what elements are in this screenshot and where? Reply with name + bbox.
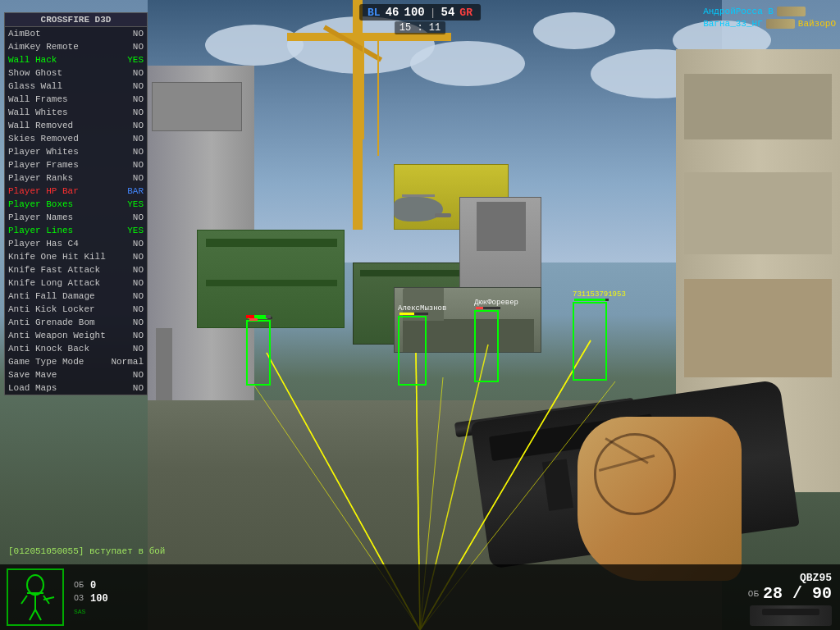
game-timer: 15 : 11 [395,21,445,34]
ammo-current: 28 / 90 [763,584,832,603]
menu-item[interactable]: Show GhostNO [5,66,147,80]
svg-line-13 [21,596,27,604]
cloud-4 [533,12,615,49]
menu-item[interactable]: Player FramesNO [5,158,147,171]
menu-item[interactable]: Player HP BarBAR [5,185,147,198]
pl-entry-2: Вагна_33_НГ ВайзорО [703,19,836,29]
weapon-name: QBZ95 [800,572,832,584]
menu-item[interactable]: AimBotNO [5,27,147,40]
hud-bottom: ОБ 0 ОЗ 100 SAS QBZ95 ОБ 28 / 90 [0,564,840,630]
cheat-menu[interactable]: CROSSFIRE D3D AimBotNOAimKey RemoteNOWal… [4,12,148,395]
esp-player-2-name: АлексМызнов [398,304,446,313]
esp-player-3: ДюкФоревер [474,310,499,382]
cheat-menu-title: CROSSFIRE D3D [5,13,147,27]
svg-line-16 [35,609,41,620]
menu-item[interactable]: Game Type ModeNormal [5,355,147,368]
hp-value: 100 [90,593,108,605]
menu-item[interactable]: Player WhitesNO [5,145,147,158]
pl-name-3: ВайзорО [798,19,836,29]
menu-item[interactable]: Load MapsNO [5,381,147,395]
weapon-image [750,605,832,626]
hud-top: BL 46 100 | 54 GR 15 : 11 [359,4,481,34]
bl-hp: 100 [404,6,424,19]
pl-name-1: АндройРосса В [703,7,774,16]
bottom-stats: ОБ 0 ОЗ 100 SAS [74,580,108,615]
esp-player-4: 731153791953 [573,302,607,381]
score-divider: | [430,7,436,19]
player-avatar [7,568,64,626]
hp-row: ОЗ 100 [74,593,108,605]
menu-item[interactable]: Anti Fall DamageNO [5,290,147,303]
pl-gun-2 [766,19,795,29]
menu-item[interactable]: Player BoxesYES [5,198,147,211]
menu-item[interactable]: Player RanksNO [5,171,147,185]
esp-player-2: АлексМызнов [398,316,427,386]
esp-hp-bar-1-red [246,315,254,318]
sas-icon [15,573,56,622]
bl-score: 46 [386,6,399,19]
kills-row: ОБ 0 [74,580,108,591]
helicopter [394,197,443,221]
menu-item[interactable]: Skies RemovedNO [5,132,147,145]
menu-item[interactable]: Save MaveNO [5,368,147,381]
player-list-top-right: АндройРосса В Вагна_33_НГ ВайзорО [703,7,836,29]
ob-label-right: ОБ [748,589,759,599]
team-bl-label: BL [368,7,381,19]
menu-item[interactable]: Anti Knock BackNO [5,342,147,355]
menu-item[interactable]: Knife Fast AttackNO [5,263,147,276]
score-bar: BL 46 100 | 54 GR [359,4,481,21]
pl-entry-1: АндройРосса В [703,7,836,16]
container-green-left [197,230,345,328]
chat-message: [012051050055] вступает в бой [8,546,165,556]
menu-items-container: AimBotNOAimKey RemoteNOWall HackYESShow … [5,27,147,395]
menu-item[interactable]: Player NamesNO [5,211,147,224]
kills-value: 0 [90,580,96,591]
kill-feed: [012051050055] вступает в бой [8,546,165,556]
esp-player-4-id: 731153791953 [573,290,626,299]
team-gr-label: GR [459,7,472,19]
menu-item[interactable]: Knife Long AttackNO [5,276,147,290]
pl-name-2: Вагна_33_НГ [703,19,763,29]
menu-item[interactable]: Knife One Hit KillNO [5,250,147,263]
menu-item[interactable]: Anti Kick LockerNO [5,303,147,316]
menu-item[interactable]: Wall FramesNO [5,93,147,106]
hp-label: ОЗ [74,594,84,603]
kills-label: ОБ [74,581,84,590]
esp-player-1 [246,320,271,386]
esp-player-3-name: ДюкФоревер [474,299,518,307]
menu-item[interactable]: Anti Grenade BomNO [5,316,147,329]
menu-item[interactable]: Anti Weapon WeightNO [5,329,147,342]
menu-item[interactable]: Glass WallNO [5,80,147,93]
pl-gun-1 [777,7,806,16]
menu-item[interactable]: Player LinesYES [5,224,147,237]
menu-item[interactable]: AimKey RemoteNO [5,40,147,53]
sas-label: SAS [74,608,108,615]
menu-item[interactable]: Player Has C4NO [5,237,147,250]
menu-item[interactable]: Wall WhitesNO [5,106,147,119]
weapon-hud: QBZ95 ОБ 28 / 90 [748,572,832,626]
gr-hp: 54 [441,6,455,19]
menu-item[interactable]: Wall HackYES [5,53,147,66]
menu-item[interactable]: Wall RemovedNO [5,119,147,132]
svg-line-15 [30,609,35,620]
svg-point-10 [27,575,43,595]
